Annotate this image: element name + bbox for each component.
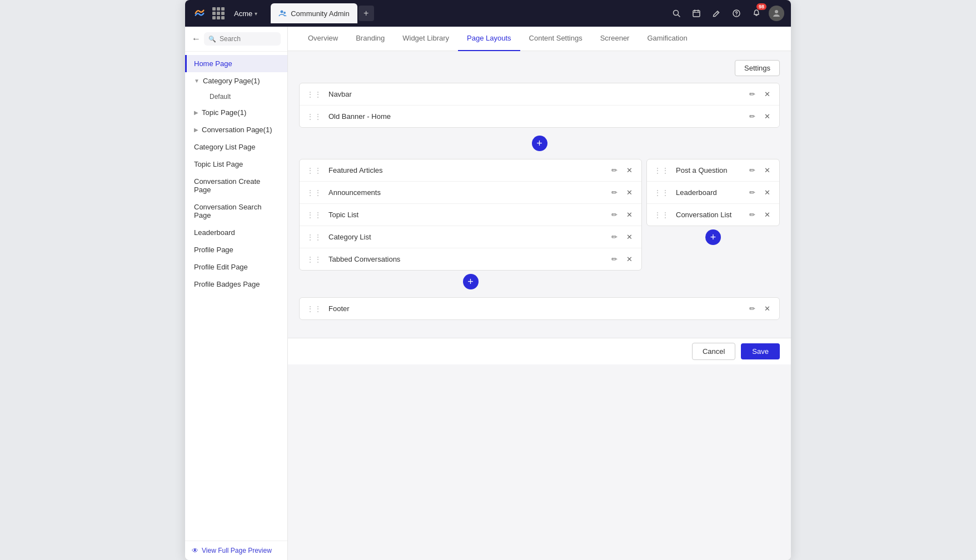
sidebar-item-category-list-page[interactable]: Category List Page bbox=[185, 138, 287, 156]
tab-area: Community Admin + bbox=[271, 3, 664, 23]
search-input[interactable] bbox=[220, 35, 276, 43]
search-box[interactable]: 🔍 bbox=[204, 32, 281, 46]
sub-nav: Overview Branding Widget Library Page La… bbox=[288, 27, 791, 51]
remove-tabbed-conversations-button[interactable]: ✕ bbox=[624, 254, 635, 264]
drag-handle-navbar[interactable]: ⋮⋮ bbox=[306, 90, 322, 99]
edit-button[interactable] bbox=[709, 6, 724, 21]
widget-name-category-list: Category List bbox=[328, 233, 605, 241]
bottom-widgets-section: ⋮⋮ Footer ✏ ✕ bbox=[299, 297, 780, 320]
edit-topic-list-button[interactable]: ✏ bbox=[609, 209, 620, 220]
drag-handle-post-a-question[interactable]: ⋮⋮ bbox=[654, 166, 669, 175]
subnav-content-settings[interactable]: Content Settings bbox=[520, 27, 591, 51]
drag-handle-old-banner[interactable]: ⋮⋮ bbox=[306, 112, 322, 121]
add-right-widget-button[interactable]: + bbox=[705, 229, 721, 245]
app-selector[interactable]: Acme ▾ bbox=[230, 7, 262, 20]
drag-handle-footer[interactable]: ⋮⋮ bbox=[306, 304, 322, 313]
page-content: Settings ⋮⋮ Navbar ✏ ✕ bbox=[288, 51, 791, 338]
edit-post-a-question-button[interactable]: ✏ bbox=[747, 165, 758, 176]
top-bar: Acme ▾ Community Admin + bbox=[185, 0, 791, 27]
subnav-widget-library[interactable]: Widget Library bbox=[394, 27, 458, 51]
view-full-page-preview-link[interactable]: 👁 View Full Page Preview bbox=[185, 541, 287, 560]
remove-old-banner-button[interactable]: ✕ bbox=[762, 111, 773, 122]
remove-navbar-button[interactable]: ✕ bbox=[762, 89, 773, 99]
svg-point-1 bbox=[283, 12, 286, 14]
subnav-page-layouts[interactable]: Page Layouts bbox=[458, 27, 520, 51]
add-left-widget-btn-area: + bbox=[299, 271, 642, 293]
top-widgets-section: ⋮⋮ Navbar ✏ ✕ ⋮⋮ Old Banner - Home ✏ bbox=[299, 83, 780, 128]
search-button[interactable] bbox=[669, 6, 684, 21]
drag-handle-announcements[interactable]: ⋮⋮ bbox=[306, 188, 322, 197]
widget-name-announcements: Announcements bbox=[328, 188, 605, 197]
edit-footer-button[interactable]: ✏ bbox=[747, 303, 758, 314]
sidebar-item-conversation-create-page[interactable]: Conversation Create Page bbox=[185, 173, 287, 198]
remove-conversation-list-button[interactable]: ✕ bbox=[762, 209, 773, 220]
content-area: Overview Branding Widget Library Page La… bbox=[288, 27, 791, 560]
remove-topic-list-button[interactable]: ✕ bbox=[624, 209, 635, 220]
back-button[interactable]: ← bbox=[192, 34, 201, 44]
widget-row-leaderboard: ⋮⋮ Leaderboard ✏ ✕ bbox=[647, 182, 779, 204]
sidebar-item-topic-page[interactable]: ▶ Topic Page(1) bbox=[185, 104, 287, 121]
drag-handle-category-list[interactable]: ⋮⋮ bbox=[306, 233, 322, 242]
sidebar-item-category-page[interactable]: ▼ Category Page(1) bbox=[185, 72, 287, 89]
cancel-button[interactable]: Cancel bbox=[692, 343, 735, 360]
sidebar-item-conversation-search-page[interactable]: Conversation Search Page bbox=[185, 198, 287, 224]
notifications-wrapper[interactable]: 98 bbox=[749, 6, 764, 21]
widget-name-conversation-list: Conversation List bbox=[676, 211, 743, 219]
subnav-overview[interactable]: Overview bbox=[299, 27, 347, 51]
expand-icon: ▶ bbox=[194, 127, 198, 133]
sidebar-item-conversation-page[interactable]: ▶ Conversation Page(1) bbox=[185, 121, 287, 138]
drag-handle-topic-list[interactable]: ⋮⋮ bbox=[306, 211, 322, 219]
sidebar-item-label: Profile Page bbox=[194, 246, 233, 254]
subnav-screener[interactable]: Screener bbox=[591, 27, 639, 51]
add-left-widget-button[interactable]: + bbox=[463, 274, 479, 289]
sidebar-item-default[interactable]: Default bbox=[201, 89, 287, 104]
edit-category-list-button[interactable]: ✏ bbox=[609, 232, 620, 242]
svg-point-0 bbox=[281, 11, 283, 13]
sidebar-item-profile-edit-page[interactable]: Profile Edit Page bbox=[185, 258, 287, 276]
edit-leaderboard-button[interactable]: ✏ bbox=[747, 187, 758, 198]
user-avatar[interactable] bbox=[769, 6, 784, 21]
add-top-widget-button[interactable]: + bbox=[532, 136, 547, 151]
remove-post-a-question-button[interactable]: ✕ bbox=[762, 165, 773, 176]
right-widgets-section: ⋮⋮ Post a Question ✏ ✕ ⋮⋮ Leaderbo bbox=[646, 159, 780, 226]
remove-category-list-button[interactable]: ✕ bbox=[624, 232, 635, 242]
drag-handle-conversation-list[interactable]: ⋮⋮ bbox=[654, 211, 669, 219]
subnav-gamification[interactable]: Gamification bbox=[638, 27, 696, 51]
community-admin-tab[interactable]: Community Admin bbox=[271, 3, 357, 23]
edit-tabbed-conversations-button[interactable]: ✏ bbox=[609, 254, 620, 264]
subnav-branding[interactable]: Branding bbox=[347, 27, 394, 51]
sidebar-item-label: Category List Page bbox=[194, 143, 256, 151]
remove-footer-button[interactable]: ✕ bbox=[762, 303, 773, 314]
svg-point-10 bbox=[736, 14, 737, 16]
add-tab-button[interactable]: + bbox=[358, 6, 374, 21]
right-col: ⋮⋮ Post a Question ✏ ✕ ⋮⋮ Leaderbo bbox=[646, 159, 780, 293]
remove-featured-articles-button[interactable]: ✕ bbox=[624, 165, 635, 176]
grid-icon[interactable] bbox=[211, 6, 226, 21]
search-icon: 🔍 bbox=[208, 36, 216, 43]
drag-handle-tabbed-conversations[interactable]: ⋮⋮ bbox=[306, 255, 322, 264]
drag-handle-featured-articles[interactable]: ⋮⋮ bbox=[306, 166, 322, 175]
svg-line-3 bbox=[678, 15, 680, 17]
settings-button[interactable]: Settings bbox=[735, 60, 780, 76]
save-button[interactable]: Save bbox=[741, 343, 780, 359]
help-button[interactable] bbox=[729, 6, 744, 21]
sidebar-item-topic-list-page[interactable]: Topic List Page bbox=[185, 156, 287, 173]
sidebar-item-profile-page[interactable]: Profile Page bbox=[185, 241, 287, 258]
sidebar-item-profile-badges-page[interactable]: Profile Badges Page bbox=[185, 276, 287, 293]
remove-announcements-button[interactable]: ✕ bbox=[624, 187, 635, 198]
sidebar-item-leaderboard[interactable]: Leaderboard bbox=[185, 224, 287, 241]
widget-actions-navbar: ✏ ✕ bbox=[747, 89, 773, 99]
sidebar-item-label: Home Page bbox=[194, 59, 232, 68]
edit-navbar-button[interactable]: ✏ bbox=[747, 89, 758, 99]
widget-actions-old-banner: ✏ ✕ bbox=[747, 111, 773, 122]
edit-featured-articles-button[interactable]: ✏ bbox=[609, 165, 620, 176]
calendar-button[interactable] bbox=[689, 6, 704, 21]
widget-name-featured-articles: Featured Articles bbox=[328, 166, 605, 174]
edit-old-banner-button[interactable]: ✏ bbox=[747, 111, 758, 122]
edit-conversation-list-button[interactable]: ✏ bbox=[747, 209, 758, 220]
svg-line-8 bbox=[717, 12, 719, 14]
sidebar-item-home-page[interactable]: Home Page bbox=[185, 55, 287, 72]
drag-handle-leaderboard[interactable]: ⋮⋮ bbox=[654, 188, 669, 197]
remove-leaderboard-button[interactable]: ✕ bbox=[762, 187, 773, 198]
edit-announcements-button[interactable]: ✏ bbox=[609, 187, 620, 198]
